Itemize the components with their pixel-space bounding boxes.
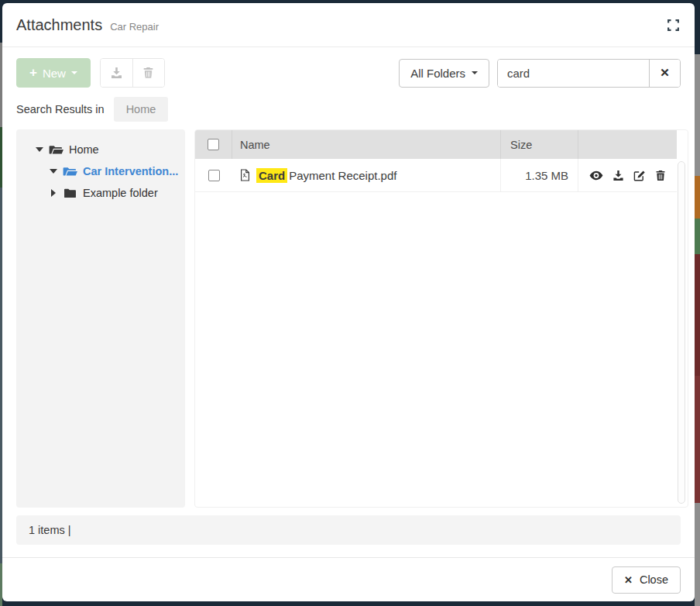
search-match-highlight: Card	[256, 168, 287, 183]
modal-subtitle: Car Repair	[110, 21, 159, 33]
tree-item-label: Car Intervention...	[83, 165, 178, 177]
close-icon: ✕	[660, 66, 670, 79]
row-actions-cell	[578, 159, 677, 191]
pdf-file-icon	[240, 169, 250, 181]
search-results-row: Search Results in Home	[2, 88, 695, 123]
tree-item-label: Example folder	[83, 187, 158, 199]
plus-icon: +	[29, 65, 37, 81]
page-background-right	[695, 0, 700, 606]
file-name: CardPayment Receipt.pdf	[256, 169, 396, 182]
caret-down-icon[interactable]	[47, 169, 60, 174]
content-area: Home Car Intervention...	[2, 123, 695, 508]
new-button[interactable]: + New	[16, 58, 91, 88]
bulk-actions-group	[100, 58, 165, 88]
table-header: Name Size	[195, 130, 677, 159]
breadcrumb-home-button[interactable]: Home	[114, 97, 169, 122]
download-icon	[612, 170, 624, 181]
screen: Attachments Car Repair + New	[0, 0, 700, 606]
download-button[interactable]	[612, 170, 624, 181]
caret-down-icon[interactable]	[33, 147, 46, 152]
download-icon	[110, 67, 123, 79]
tree-item-car-intervention[interactable]: Car Intervention...	[21, 160, 180, 182]
folders-dropdown-label: All Folders	[410, 67, 465, 80]
bulk-delete-button[interactable]	[132, 59, 164, 87]
select-all-cell	[195, 130, 232, 159]
edit-button[interactable]	[633, 170, 646, 181]
toolbar: + New	[2, 47, 695, 88]
item-count: 1 items |	[29, 524, 71, 536]
row-checkbox-cell	[195, 159, 232, 191]
close-icon: ✕	[624, 574, 633, 586]
tree-item-label: Home	[69, 143, 99, 156]
actions-column-header	[578, 130, 677, 159]
search-results-label: Search Results in	[16, 103, 105, 115]
edit-icon	[633, 170, 646, 181]
view-button[interactable]	[589, 170, 603, 181]
eye-icon	[589, 170, 603, 181]
chevron-down-icon	[71, 71, 77, 74]
folder-closed-icon	[60, 188, 80, 198]
caret-right-icon[interactable]	[47, 189, 60, 197]
file-name-cell: CardPayment Receipt.pdf	[232, 159, 500, 191]
expand-button[interactable]	[665, 17, 681, 33]
trash-icon	[142, 67, 154, 79]
tree-item-example-folder[interactable]: Example folder	[21, 182, 180, 204]
new-button-label: New	[43, 67, 66, 80]
scrollbar-track[interactable]	[678, 161, 686, 504]
close-button-label: Close	[640, 573, 668, 586]
name-column-header: Name	[232, 130, 500, 159]
clear-search-button[interactable]: ✕	[649, 60, 680, 87]
size-column-header: Size	[500, 130, 578, 159]
scrollbar-thumb[interactable]	[678, 161, 685, 504]
close-button[interactable]: ✕ Close	[612, 566, 681, 594]
file-size-cell: 1.35 MB	[500, 159, 578, 191]
modal-header: Attachments Car Repair	[2, 3, 695, 47]
modal-title: Attachments	[16, 16, 102, 34]
folder-open-blue-icon	[60, 166, 80, 177]
folders-dropdown[interactable]: All Folders	[399, 59, 489, 88]
search-input[interactable]	[498, 60, 649, 87]
folder-open-icon	[46, 144, 66, 156]
row-checkbox[interactable]	[208, 170, 220, 181]
trash-icon	[655, 170, 666, 181]
toolbar-right: All Folders ✕	[399, 59, 681, 88]
bulk-download-button[interactable]	[101, 59, 132, 87]
search-group: ✕	[497, 59, 681, 88]
folder-tree: Home Car Intervention...	[16, 129, 185, 508]
delete-button[interactable]	[655, 170, 666, 181]
attachments-modal: Attachments Car Repair + New	[2, 3, 695, 601]
status-bar: 1 items |	[16, 515, 681, 545]
file-row[interactable]: CardPayment Receipt.pdf 1.35 MB	[195, 159, 677, 192]
chevron-down-icon	[472, 71, 478, 74]
modal-footer: ✕ Close	[2, 557, 695, 601]
tree-item-home[interactable]: Home	[21, 139, 180, 160]
files-panel: Name Size	[194, 129, 688, 508]
expand-icon	[667, 19, 680, 32]
select-all-checkbox[interactable]	[208, 139, 219, 150]
